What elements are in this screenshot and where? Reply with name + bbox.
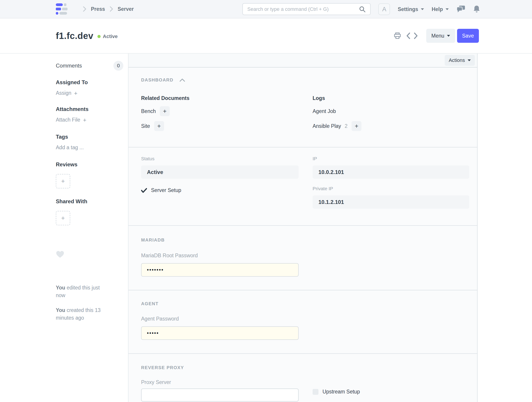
private-ip-field-label: Private IP	[313, 186, 469, 191]
chevron-down-icon	[446, 8, 449, 10]
help-menu[interactable]: Help	[432, 6, 449, 12]
breadcrumb: Press Server	[91, 6, 134, 12]
search-icon	[359, 6, 366, 13]
status-field-label: Status	[141, 156, 299, 161]
proxy-server-input[interactable]	[141, 389, 299, 402]
add-bench-button[interactable]: +	[160, 106, 170, 116]
form-sidebar: Comments 0 Assigned To Assign + Attachme…	[0, 54, 128, 402]
ansible-play-count: 2	[345, 123, 348, 129]
settings-menu[interactable]: Settings	[398, 6, 424, 12]
save-button[interactable]: Save	[457, 29, 479, 43]
add-tag-placeholder: Add a tag ...	[56, 145, 84, 151]
tags-heading: Tags	[56, 134, 121, 140]
proxy-server-column: Proxy Server	[141, 379, 299, 402]
checkbox-checked-icon[interactable]	[141, 188, 147, 193]
assign-label: Assign	[56, 90, 71, 96]
ansible-play-link[interactable]: Ansible Play	[313, 123, 341, 129]
next-document-icon[interactable]	[414, 32, 418, 39]
prev-document-icon[interactable]	[406, 32, 411, 39]
reverse-proxy-section-heading: REVERSE PROXY	[141, 365, 184, 370]
help-label: Help	[432, 6, 443, 12]
logs-column: Logs Agent Job Ansible Play 2 +	[313, 95, 469, 131]
attachments-heading: Attachments	[56, 106, 121, 112]
agent-section-heading: AGENT	[141, 301, 159, 306]
logs-heading: Logs	[313, 95, 469, 101]
chevron-down-icon	[468, 59, 471, 61]
agent-job-link[interactable]: Agent Job	[313, 108, 336, 114]
mariadb-root-password-input[interactable]: •••••••	[141, 263, 299, 277]
add-share-button[interactable]: +	[56, 211, 70, 225]
proxy-server-label: Proxy Server	[141, 379, 299, 385]
add-tag-input[interactable]: Add a tag ...	[56, 145, 121, 151]
breadcrumb-item-press[interactable]: Press	[91, 6, 105, 12]
add-site-button[interactable]: +	[154, 121, 164, 131]
edited-note: You edited this just now	[56, 284, 104, 299]
status-field-value: Active	[141, 166, 299, 179]
ip-field-label: IP	[313, 156, 469, 161]
plus-icon: +	[61, 178, 65, 185]
print-icon[interactable]	[394, 32, 401, 39]
actions-button-label: Actions	[449, 57, 465, 63]
created-note: You created this 13 minutes ago	[56, 306, 104, 322]
related-doc-row-bench: Bench +	[141, 106, 299, 116]
private-ip-field-value: 10.1.2.101	[313, 195, 469, 209]
page-title: f1.fc.dev	[56, 31, 93, 41]
app-logo-icon[interactable]	[56, 3, 70, 15]
mariadb-root-password-label: MariaDB Root Password	[141, 253, 464, 259]
form-toolbar: Actions	[128, 54, 477, 68]
breadcrumb-chevron-icon	[83, 6, 86, 12]
upstream-column: Upstream Setup	[313, 379, 469, 402]
related-documents-column: Related Documents Bench + Site +	[141, 95, 299, 131]
plus-icon: +	[83, 117, 86, 123]
comments-label: Comments	[56, 63, 82, 69]
attach-file-button[interactable]: Attach File +	[56, 117, 121, 123]
notifications-bell-icon[interactable]	[473, 5, 480, 13]
server-setup-label: Server Setup	[151, 187, 181, 193]
section-reverse-proxy: REVERSE PROXY Proxy Server Upstream Setu…	[128, 354, 477, 402]
edited-by: You	[56, 285, 65, 291]
upstream-setup-label: Upstream Setup	[323, 389, 360, 395]
add-review-button[interactable]: +	[56, 174, 70, 188]
like-heart-icon[interactable]	[56, 250, 121, 259]
log-row-ansible-play: Ansible Play 2 +	[313, 121, 469, 131]
global-search	[242, 3, 371, 15]
section-mariadb: MARIADB MariaDB Root Password •••••••	[128, 226, 477, 290]
comments-row[interactable]: Comments 0	[56, 61, 123, 71]
mariadb-section-heading: MARIADB	[141, 237, 165, 243]
user-avatar[interactable]: A	[378, 3, 390, 15]
collapse-section-icon[interactable]	[179, 78, 185, 82]
attach-file-label: Attach File	[56, 117, 80, 123]
assigned-to-heading: Assigned To	[56, 79, 121, 86]
plus-icon: +	[61, 215, 65, 222]
agent-password-label: Agent Password	[141, 316, 464, 322]
status-dot-icon	[97, 35, 101, 38]
assign-button[interactable]: Assign +	[56, 90, 121, 96]
status-indicator: Active	[97, 33, 118, 39]
agent-password-input[interactable]: •••••	[141, 326, 299, 340]
right-gutter	[478, 54, 532, 402]
site-link[interactable]: Site	[141, 123, 150, 129]
plus-icon: +	[74, 90, 77, 96]
ip-field-value: 10.0.2.101	[313, 166, 469, 179]
menu-button-label: Menu	[431, 33, 444, 39]
checkbox-unchecked-icon[interactable]	[313, 389, 318, 395]
menu-button[interactable]: Menu	[426, 29, 455, 43]
related-documents-heading: Related Documents	[141, 95, 299, 101]
add-ansible-play-button[interactable]: +	[352, 121, 361, 131]
shared-with-heading: Shared With	[56, 198, 121, 204]
section-agent: AGENT Agent Password •••••	[128, 290, 477, 354]
chevron-down-icon	[447, 35, 450, 37]
search-input[interactable]	[247, 6, 359, 12]
form-body: Actions DASHBOARD Related Documents Benc…	[128, 54, 478, 402]
breadcrumb-item-server[interactable]: Server	[118, 6, 134, 12]
created-by: You	[56, 307, 65, 313]
status-indicator-label: Active	[103, 33, 118, 39]
reviews-heading: Reviews	[56, 161, 121, 168]
bench-link[interactable]: Bench	[141, 108, 156, 114]
section-status: Status Active Server Setup IP 10.0.2.101…	[128, 147, 477, 226]
settings-label: Settings	[398, 6, 418, 12]
status-column: Status Active Server Setup	[141, 156, 299, 209]
chat-icon[interactable]	[456, 5, 465, 13]
actions-button[interactable]: Actions	[445, 55, 475, 66]
log-row-agent-job: Agent Job	[313, 106, 469, 116]
